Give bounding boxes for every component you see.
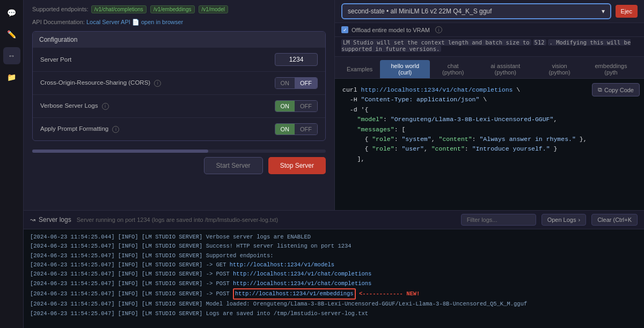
open-in-browser-link[interactable]: open in browser: [141, 19, 183, 25]
vram-note: LM Studio will set the context length an…: [335, 37, 644, 57]
api-doc-row: API Documentation: Local Server API 📄 op…: [32, 17, 326, 31]
tab-vision-python[interactable]: vision (python): [537, 60, 582, 78]
endpoints-row: Supported endpoints: /v1/chat/completion…: [32, 0, 326, 17]
model-dropdown-icon: ▾: [602, 8, 605, 15]
verbose-label: Verbose Server Logs i: [40, 102, 109, 110]
start-server-button[interactable]: Start Server: [204, 157, 263, 174]
logs-subtitle: Server running on port 1234 (logs are sa…: [77, 217, 456, 223]
code-line-7: { "role": "user", "content": "Introduce …: [342, 144, 636, 154]
logs-title-text: Server logs: [39, 216, 71, 223]
new-badge: <------------ NEW!: [359, 290, 420, 297]
log-line-9: [2024-06-23 11:54:25.047] [INFO] [LM STU…: [30, 309, 638, 318]
port-label: Server Port: [40, 56, 71, 63]
log-line-7: [2024-06-23 11:54:25.047] [INFO] [LM STU…: [30, 288, 638, 300]
config-row-verbose: Verbose Server Logs i ON OFF: [33, 95, 325, 118]
prompt-label: Apply Prompt Formatting i: [40, 125, 119, 133]
code-line-3: -d '{: [342, 105, 636, 115]
examples-tabs: Examples hello world (curl) chat (python…: [335, 57, 644, 79]
verbose-info-icon[interactable]: i: [102, 103, 109, 110]
cors-off-btn[interactable]: OFF: [295, 78, 317, 88]
port-input[interactable]: [275, 53, 318, 66]
config-header: Configuration: [33, 32, 325, 48]
scrollbar-thumb: [32, 150, 208, 153]
highlighted-url: http://localhost:1234/v1/embeddings: [233, 288, 356, 300]
tab-ai-assistant-python[interactable]: ai assistant (python): [476, 60, 535, 78]
activity-icon: ↝: [30, 216, 35, 223]
prompt-toggle: ON OFF: [275, 123, 318, 135]
log-line-5: [2024-06-23 11:54:25.047] [INFO] [LM STU…: [30, 270, 638, 279]
sidebar-icon-server[interactable]: ↔: [3, 47, 20, 64]
tab-hello-world-curl[interactable]: hello world (curl): [380, 60, 430, 78]
tab-embeddings-pyth[interactable]: embeddings (pyth: [584, 60, 638, 78]
vram-checkbox[interactable]: ✓: [341, 26, 348, 33]
open-logs-chevron: ›: [578, 217, 580, 223]
copy-code-button[interactable]: ⧉ Copy Code: [592, 83, 640, 96]
scrollbar-row: [32, 150, 326, 153]
cors-on-btn[interactable]: ON: [275, 78, 295, 88]
cors-toggle: ON OFF: [275, 77, 318, 89]
stop-server-button[interactable]: Stop Server: [268, 157, 326, 174]
verbose-on-btn[interactable]: ON: [275, 101, 295, 111]
code-line-8: ],: [342, 154, 636, 164]
endpoints-label: Supported endpoints:: [32, 6, 89, 12]
configuration-box: Configuration Server Port Cross-Origin-R…: [32, 31, 326, 141]
code-line-6: { "role": "system", "content": "Always a…: [342, 135, 636, 144]
eject-button[interactable]: Ejec: [616, 5, 638, 18]
copy-icon: ⧉: [598, 86, 602, 93]
config-row-prompt: Apply Prompt Formatting i ON OFF: [33, 118, 325, 140]
vram-info-icon[interactable]: i: [435, 26, 442, 33]
left-panel: Supported endpoints: /v1/chat/completion…: [24, 0, 335, 210]
code-area: ⧉ Copy Code curl http://localhost:1234/v…: [335, 79, 644, 210]
top-section: Supported endpoints: /v1/chat/completion…: [24, 0, 644, 210]
config-body: Server Port Cross-Origin-Resource-Sharin…: [33, 48, 325, 140]
right-panel: second-state • all MiniLM L6 v2 22M Q4_K…: [335, 0, 644, 210]
prompt-info-icon[interactable]: i: [112, 126, 119, 133]
verbose-toggle: ON OFF: [275, 100, 318, 112]
logs-header: ↝ Server logs Server running on port 123…: [24, 211, 644, 229]
log-line-3: [2024-06-23 11:54:25.047] [INFO] [LM STU…: [30, 251, 638, 260]
vram-note-val: 512: [533, 39, 546, 46]
endpoint-badge-embeddings: /v1/embeddings: [150, 5, 195, 13]
sidebar-icon-edit[interactable]: ✏️: [3, 26, 20, 43]
endpoint-badge-completions: /v1/chat/completions: [91, 5, 147, 13]
open-logs-label: Open Logs: [547, 217, 576, 223]
logs-title: ↝ Server logs: [30, 216, 71, 223]
code-line-5: "messages": [: [342, 125, 636, 135]
model-selector-text: second-state • all MiniLM L6 v2 22M Q4_K…: [348, 8, 492, 15]
clear-logs-button[interactable]: Clear (Ctrl+K: [591, 214, 638, 226]
prompt-off-btn[interactable]: OFF: [295, 124, 317, 135]
vram-row: ✓ Offload entire model to VRAM i: [335, 23, 644, 37]
prompt-on-btn[interactable]: ON: [275, 124, 295, 135]
server-buttons: Start Server Stop Server: [32, 157, 326, 174]
log-line-4: [2024-06-23 11:54:25.047] [INFO] [LM STU…: [30, 260, 638, 270]
model-selector[interactable]: second-state • all MiniLM L6 v2 22M Q4_K…: [341, 3, 611, 19]
code-line-2: -H "Content-Type: application/json" \: [342, 95, 636, 105]
api-doc-label: API Documentation:: [32, 19, 85, 25]
endpoint-badge-models: /v1/model: [199, 5, 228, 13]
log-line-2: [2024-06-23 11:54:25.047] [INFO] [LM STU…: [30, 242, 638, 251]
main-content: Supported endpoints: /v1/chat/completion…: [24, 0, 644, 328]
verbose-off-btn[interactable]: OFF: [295, 101, 317, 111]
copy-code-label: Copy Code: [604, 87, 634, 93]
log-line-6: [2024-06-23 11:54:25.047] [INFO] [LM STU…: [30, 279, 638, 288]
code-line-4: "model": "Orenguteng/Llama-3-8B-Lexi-Unc…: [342, 115, 636, 124]
tab-chat-python[interactable]: chat (python): [432, 60, 474, 78]
config-row-cors: Cross-Origin-Resource-Sharing (CORS) i O…: [33, 72, 325, 95]
logs-content: [2024-06-23 11:54:25.044] [INFO] [LM STU…: [24, 229, 644, 328]
vram-note-prefix: LM Studio will set the context length an…: [341, 39, 531, 46]
model-bar: second-state • all MiniLM L6 v2 22M Q4_K…: [335, 0, 644, 23]
config-row-port: Server Port: [33, 48, 325, 72]
sidebar-icon-chat[interactable]: 💬: [3, 4, 20, 21]
log-line-1: [2024-06-23 11:54:25.044] [INFO] [LM STU…: [30, 233, 638, 242]
sidebar-icon-folder[interactable]: 📁: [3, 69, 20, 86]
filter-logs-input[interactable]: [461, 214, 536, 226]
log-line-8: [2024-06-23 11:54:25.047] [INFO] [LM STU…: [30, 300, 638, 309]
cors-info-icon[interactable]: i: [154, 80, 161, 87]
api-doc-link[interactable]: Local Server API: [86, 19, 130, 25]
cors-label: Cross-Origin-Resource-Sharing (CORS) i: [40, 79, 161, 87]
tab-examples[interactable]: Examples: [341, 63, 378, 75]
sidebar: 💬 ✏️ ↔ 📁: [0, 0, 24, 328]
vram-label: Offload entire model to VRAM: [352, 27, 430, 33]
open-logs-button[interactable]: Open Logs ›: [541, 214, 587, 226]
server-logs-section: ↝ Server logs Server running on port 123…: [24, 210, 644, 328]
